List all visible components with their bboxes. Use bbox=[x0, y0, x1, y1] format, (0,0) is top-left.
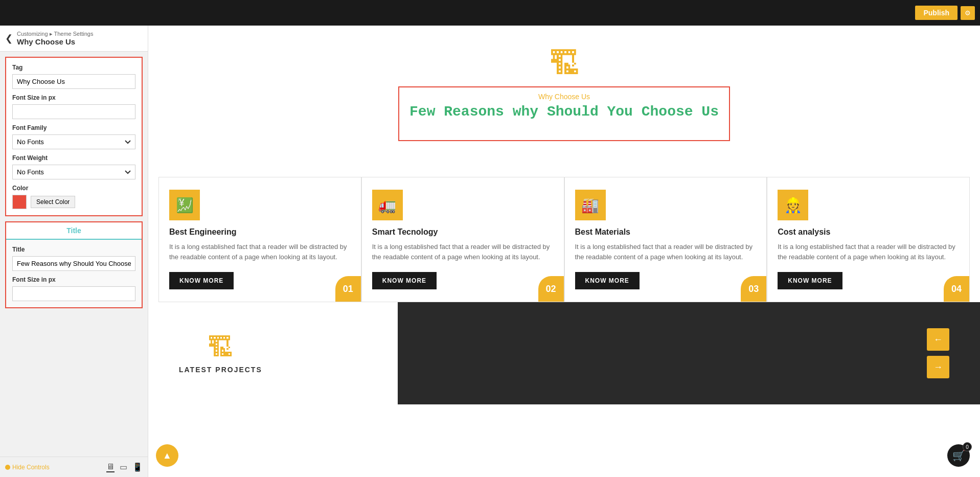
sidebar-scroll: Tag Font Size in px Font Family No Fonts… bbox=[0, 52, 148, 457]
font-size-label: Font Size in px bbox=[12, 94, 135, 101]
heading-wrapper: Why Choose Us Few Reasons why Should You… bbox=[398, 86, 730, 141]
title-section-header: Title bbox=[6, 222, 142, 240]
next-arrow-button[interactable]: → bbox=[927, 356, 949, 378]
latest-projects-area: 🏗 LATEST PROJECTS bbox=[169, 323, 272, 384]
breadcrumb: Customizing ▸ Theme Settings bbox=[17, 31, 93, 37]
font-weight-label: Font Weight bbox=[12, 154, 135, 162]
card-4-desc: It is a long established fact that a rea… bbox=[778, 242, 959, 262]
card-4-know-more[interactable]: KNOW MORE bbox=[778, 272, 842, 289]
publish-button[interactable]: Publish bbox=[915, 6, 958, 20]
gear-icon: ⚙ bbox=[965, 9, 971, 17]
section-heading: Few Reasons why Should You Choose Us bbox=[409, 104, 719, 120]
tag-section: Tag Font Size in px Font Family No Fonts… bbox=[5, 57, 143, 216]
card-2: 🚛 Smart Tecnology It is a long establish… bbox=[361, 177, 564, 302]
prev-arrow-button[interactable]: ← bbox=[927, 328, 949, 351]
project-label: LATEST PROJECTS bbox=[179, 366, 262, 374]
desktop-icon[interactable]: 🖥 bbox=[106, 462, 115, 472]
card-1-title: Best Engineering bbox=[169, 228, 351, 237]
mobile-icon[interactable]: 📱 bbox=[132, 462, 143, 472]
chat-badge-count: 0 bbox=[963, 442, 972, 451]
title-field-label: Title bbox=[12, 246, 135, 253]
why-section: 🏗 Why Choose Us Few Reasons why Should Y… bbox=[148, 26, 980, 177]
hide-controls-button[interactable]: Hide Controls bbox=[5, 464, 50, 471]
card-3-title: Best Materials bbox=[575, 228, 757, 237]
card-2-number: 02 bbox=[538, 276, 564, 302]
hide-controls-label: Hide Controls bbox=[12, 464, 50, 471]
nav-arrows: ← → bbox=[927, 328, 960, 378]
back-button[interactable]: ❮ bbox=[5, 33, 13, 44]
font-family-select[interactable]: No Fonts bbox=[12, 134, 135, 149]
gear-button[interactable]: ⚙ bbox=[961, 6, 975, 20]
card-2-icon: 🚛 bbox=[372, 190, 403, 220]
card-4-number: 04 bbox=[944, 276, 969, 302]
tag-input[interactable] bbox=[12, 74, 135, 89]
tag-label: Tag bbox=[12, 64, 135, 71]
card-3-number: 03 bbox=[741, 276, 766, 302]
color-swatch[interactable] bbox=[12, 195, 27, 209]
section-tag: Why Choose Us bbox=[409, 93, 719, 101]
title-section-body: Title Font Size in px bbox=[6, 240, 142, 307]
project-crane-icon: 🏗 bbox=[208, 333, 233, 362]
select-color-button[interactable]: Select Color bbox=[31, 196, 75, 208]
card-2-title: Smart Tecnology bbox=[372, 228, 554, 237]
card-1-icon: 💹 bbox=[169, 190, 200, 220]
card-1-number: 01 bbox=[335, 276, 361, 302]
card-3-know-more[interactable]: KNOW MORE bbox=[575, 272, 640, 289]
card-1-desc: It is a long established fact that a rea… bbox=[169, 242, 351, 262]
card-3-icon: 🏭 bbox=[575, 190, 606, 220]
title-section: Title Title Font Size in px bbox=[5, 221, 143, 308]
cart-icon: 🛒 bbox=[952, 449, 965, 462]
title-font-size-input[interactable] bbox=[12, 286, 135, 301]
card-4-title: Cost analysis bbox=[778, 228, 959, 237]
crane-icon: 🏗 bbox=[158, 46, 970, 81]
top-bar: Publish ⚙ bbox=[0, 0, 980, 26]
card-3: 🏭 Best Materials It is a long establishe… bbox=[564, 177, 767, 302]
device-icons: 🖥 ▭ 📱 bbox=[106, 462, 143, 472]
tablet-icon[interactable]: ▭ bbox=[120, 462, 127, 472]
main-layout: ❮ Customizing ▸ Theme Settings Why Choos… bbox=[0, 26, 980, 477]
card-2-know-more[interactable]: KNOW MORE bbox=[372, 272, 437, 289]
color-row: Select Color bbox=[12, 195, 135, 209]
sidebar-bottom-bar: Hide Controls 🖥 ▭ 📱 bbox=[0, 457, 148, 477]
content-area: 🏗 Why Choose Us Few Reasons why Should Y… bbox=[148, 26, 980, 477]
title-input[interactable] bbox=[12, 256, 135, 271]
card-1-know-more[interactable]: KNOW MORE bbox=[169, 272, 234, 289]
card-4: 👷 Cost analysis It is a long established… bbox=[767, 177, 970, 302]
sidebar-header-text: Customizing ▸ Theme Settings Why Choose … bbox=[17, 31, 93, 46]
font-size-input[interactable] bbox=[12, 104, 135, 119]
card-3-desc: It is a long established fact that a rea… bbox=[575, 242, 757, 262]
sidebar-title: Why Choose Us bbox=[17, 37, 93, 46]
dark-section: 🏗 LATEST PROJECTS ← → bbox=[148, 302, 980, 404]
cards-grid: 💹 Best Engineering It is a long establis… bbox=[158, 177, 970, 302]
sidebar: ❮ Customizing ▸ Theme Settings Why Choos… bbox=[0, 26, 148, 477]
card-4-icon: 👷 bbox=[778, 190, 808, 220]
card-1: 💹 Best Engineering It is a long establis… bbox=[158, 177, 361, 302]
scroll-up-button[interactable]: ▲ bbox=[156, 444, 178, 467]
title-font-size-label: Font Size in px bbox=[12, 276, 135, 283]
font-weight-select[interactable]: No Fonts bbox=[12, 165, 135, 179]
font-family-label: Font Family bbox=[12, 124, 135, 131]
card-2-desc: It is a long established fact that a rea… bbox=[372, 242, 554, 262]
color-label: Color bbox=[12, 185, 135, 192]
yellow-dot-icon bbox=[5, 465, 10, 470]
chat-badge[interactable]: 🛒 0 bbox=[947, 444, 970, 467]
sidebar-header: ❮ Customizing ▸ Theme Settings Why Choos… bbox=[0, 26, 148, 52]
